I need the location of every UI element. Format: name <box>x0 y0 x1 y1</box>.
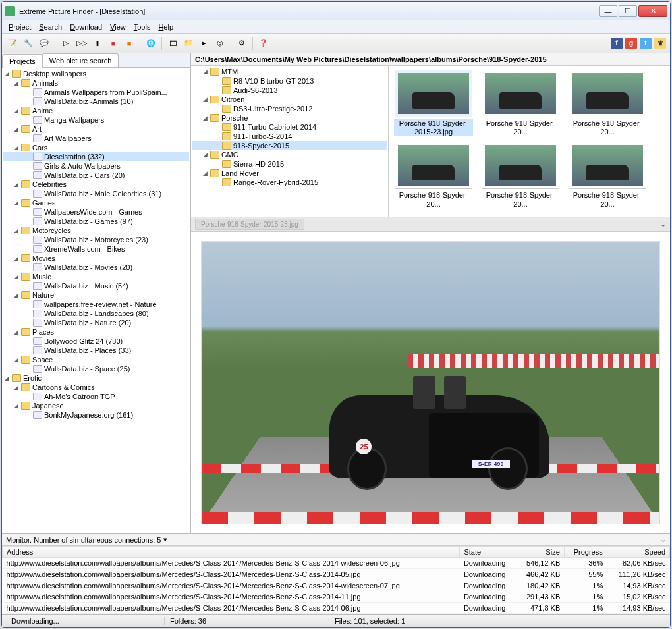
comment-icon[interactable]: 💬 <box>37 36 51 51</box>
thumbnail[interactable]: Porsche-918-Spyder-20... <box>480 70 561 136</box>
folder-item[interactable]: 911-Turbo-S-2014 <box>192 132 387 141</box>
tree-item[interactable]: WallsData.biz - Space (25) <box>3 364 189 373</box>
col-address[interactable]: Address <box>3 547 460 558</box>
folder-item[interactable]: 918-Spyder-2015 <box>192 141 387 150</box>
menu-project[interactable]: Project <box>5 22 35 32</box>
folder-icon[interactable]: 📁 <box>181 36 196 51</box>
tree-item[interactable]: WallsData.biz - Places (33) <box>3 346 189 355</box>
project-tree[interactable]: ◢Desktop wallpapers◢AnimalsAnimals Wallp… <box>2 68 190 533</box>
maximize-button[interactable]: ☐ <box>619 5 637 17</box>
award-icon[interactable]: ♛ <box>654 38 666 49</box>
titlebar[interactable]: Extreme Picture Finder - [Dieselstation]… <box>2 2 670 20</box>
folder-item[interactable]: ◢Citroen <box>192 95 387 104</box>
monitor-collapse-icon[interactable]: ⌄ <box>660 535 666 544</box>
tree-item[interactable]: ◢Anime <box>3 106 189 115</box>
pause-icon[interactable]: ⏸ <box>90 36 105 51</box>
monitor-dropdown-icon[interactable]: ▾ <box>163 535 167 544</box>
close-button[interactable]: ✕ <box>638 5 667 17</box>
thumbnail[interactable]: Porsche-918-Spyder-20... <box>393 142 474 208</box>
tree-item[interactable]: ◢Erotic <box>3 373 189 383</box>
folder-item[interactable]: ◢GMC <box>192 150 387 159</box>
col-progress[interactable]: Progress <box>564 547 607 558</box>
tree-item[interactable]: ◢Games <box>3 198 189 207</box>
tree-item[interactable]: WallsData.biz - Motorcycles (23) <box>3 235 189 244</box>
play-all-icon[interactable]: ▷▷ <box>74 36 89 51</box>
menu-view[interactable]: View <box>106 22 130 32</box>
folder-item[interactable]: R8-V10-Biturbo-GT-2013 <box>192 76 387 86</box>
tree-item[interactable]: ◢Space <box>3 355 189 364</box>
help-icon[interactable]: ❓ <box>256 36 271 51</box>
preview-pane[interactable]: 25 S•ER 499 <box>191 232 670 533</box>
folder-item[interactable]: ◢Land Rover <box>192 169 387 178</box>
globe-icon[interactable]: 🌐 <box>144 36 158 51</box>
edit-project-icon[interactable]: 🔧 <box>21 36 36 51</box>
folder-tree[interactable]: ◢MTMR8-V10-Biturbo-GT-2013Audi-S6-2013◢C… <box>191 66 389 217</box>
tree-item[interactable]: Art Wallpapers <box>3 134 189 143</box>
tree-item[interactable]: WallpapersWide.com - Games <box>3 207 189 217</box>
col-size[interactable]: Size <box>517 547 564 558</box>
folder-item[interactable]: Range-Rover-Hybrid-2015 <box>192 178 387 187</box>
menu-search[interactable]: Search <box>35 22 66 32</box>
tree-item[interactable]: Animals Wallpapers from PubliSpain... <box>3 88 189 97</box>
folder-item[interactable]: ◢Porsche <box>192 113 387 123</box>
tree-item[interactable]: ◢Cars <box>3 143 189 152</box>
tree-item[interactable]: WallsData.biz - Movies (20) <box>3 263 189 272</box>
tree-item[interactable]: ◢Music <box>3 272 189 281</box>
folder-item[interactable]: DS3-Ultra-Prestige-2012 <box>192 104 387 113</box>
window-icon[interactable]: 🗔 <box>165 36 180 51</box>
col-speed[interactable]: Speed <box>607 547 669 558</box>
tree-item[interactable]: ◢Cartoons & Comics <box>3 383 189 392</box>
new-project-icon[interactable]: 📝 <box>5 36 20 51</box>
tree-item[interactable]: WallsData.biz - Landscapes (80) <box>3 309 189 318</box>
tree-item[interactable]: XtremeWalls.com - Bikes <box>3 244 189 254</box>
stop-icon[interactable]: ■ <box>106 36 121 51</box>
preview-tab[interactable]: Porsche-918-Spyder-2015-23.jpg <box>195 219 304 230</box>
tree-item[interactable]: ◢Places <box>3 327 189 337</box>
stop-all-icon[interactable]: ■ <box>122 36 136 51</box>
slideshow-icon[interactable]: ▸ <box>197 36 211 51</box>
tree-item[interactable]: BonkMyJapanese.org (161) <box>3 410 189 420</box>
download-row[interactable]: http://www.dieselstation.com/wallpapers/… <box>3 569 670 580</box>
thumbnail[interactable]: Porsche-918-Spyder-20... <box>480 142 561 208</box>
tree-item[interactable]: ◢Celebrities <box>3 180 189 189</box>
download-row[interactable]: http://www.dieselstation.com/wallpapers/… <box>3 591 670 603</box>
google-icon[interactable]: g <box>625 38 637 49</box>
tab-web-search[interactable]: Web picture search <box>42 53 119 67</box>
tree-item[interactable]: Bollywood Glitz 24 (780) <box>3 337 189 346</box>
thumbnail-pane[interactable]: Porsche-918-Spyder-2015-23.jpgPorsche-91… <box>389 66 670 217</box>
col-state[interactable]: State <box>460 547 517 558</box>
download-row[interactable]: http://www.dieselstation.com/wallpapers/… <box>3 580 670 591</box>
folder-item[interactable]: Sierra-HD-2015 <box>192 159 387 169</box>
folder-item[interactable]: Audi-S6-2013 <box>192 86 387 95</box>
menu-tools[interactable]: Tools <box>130 22 155 32</box>
tree-item[interactable]: WallsData.biz - Games (97) <box>3 217 189 226</box>
facebook-icon[interactable]: f <box>611 38 623 49</box>
tree-item[interactable]: Dieselstation (332) <box>3 152 189 161</box>
twitter-icon[interactable]: t <box>640 38 652 49</box>
tree-item[interactable]: WallsData.biz - Music (54) <box>3 281 189 290</box>
tree-item[interactable]: ◢Desktop wallpapers <box>3 69 189 78</box>
tree-item[interactable]: Girls & Auto Wallpapers <box>3 161 189 171</box>
download-row[interactable]: http://www.dieselstation.com/wallpapers/… <box>3 558 670 569</box>
tree-item[interactable]: ◢Japanese <box>3 401 189 410</box>
tree-item[interactable]: Ah-Me's Catroon TGP <box>3 392 189 401</box>
minimize-button[interactable]: — <box>599 5 617 17</box>
tree-item[interactable]: WallsData.biz - Male Celebrities (31) <box>3 189 189 198</box>
tree-item[interactable]: ◢Art <box>3 124 189 134</box>
tree-item[interactable]: WallsData.biz - Cars (20) <box>3 171 189 180</box>
collapse-icon[interactable]: ⌄ <box>660 220 666 229</box>
tree-item[interactable]: Manga Wallpapers <box>3 115 189 124</box>
thumbnail[interactable]: Porsche-918-Spyder-20... <box>567 70 648 136</box>
thumbnail[interactable]: Porsche-918-Spyder-20... <box>567 142 648 208</box>
target-icon[interactable]: ◎ <box>213 36 227 51</box>
folder-item[interactable]: ◢MTM <box>192 67 387 76</box>
tree-item[interactable]: ◢Animals <box>3 78 189 88</box>
tree-item[interactable]: WallsData.biz -Animals (10) <box>3 97 189 106</box>
tree-item[interactable]: ◢Nature <box>3 290 189 300</box>
tab-projects[interactable]: Projects <box>2 54 43 68</box>
tree-item[interactable]: ◢Movies <box>3 254 189 263</box>
download-row[interactable]: http://www.dieselstation.com/wallpapers/… <box>3 603 670 614</box>
menu-help[interactable]: Help <box>154 22 177 32</box>
settings-icon[interactable]: ⚙ <box>235 36 249 51</box>
thumbnail[interactable]: Porsche-918-Spyder-2015-23.jpg <box>393 70 474 136</box>
